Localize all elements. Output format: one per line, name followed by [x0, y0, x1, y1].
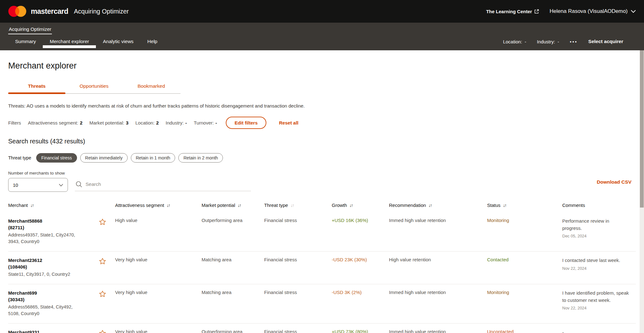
col-recommendation: Recommendation↓↑: [389, 203, 487, 208]
comment-date: Nov 22, 2024: [562, 266, 630, 271]
recommendation-value: High value retention: [389, 257, 487, 278]
threat-type-value: Financial stress: [264, 218, 332, 245]
breadcrumb[interactable]: Acquiring Optimizer: [8, 23, 52, 34]
comment-date: Dec 05, 2024: [562, 234, 630, 238]
sort-icon[interactable]: ↓↑: [429, 203, 432, 208]
col-growth: Growth↓↑: [332, 203, 389, 208]
chip-retain-immediately[interactable]: Retain immediately: [80, 153, 128, 163]
search-field: [75, 179, 251, 191]
page-tabs: Threats Opportunities Bookmarked: [8, 80, 180, 94]
scrollbar[interactable]: [640, 50, 644, 333]
select-acquirer-button[interactable]: Select acquirer: [588, 39, 623, 44]
chevron-down-icon: [59, 184, 63, 186]
recommendation-value: Immed high value retention: [389, 329, 487, 333]
sort-icon[interactable]: ↓↑: [238, 203, 241, 208]
user-menu[interactable]: Helena Rasova (VisualAODemo): [550, 8, 636, 14]
growth-value: +USD 73K (80%): [332, 329, 389, 333]
growth-value: -USD 23K (30%): [332, 257, 389, 278]
col-market-potential: Market potential↓↑: [202, 203, 264, 208]
col-comments: Comments: [562, 203, 636, 208]
market-potential-value: Outperforming area: [202, 218, 264, 245]
merchant-name: Merchant9331: [8, 329, 84, 333]
tab-threats[interactable]: Threats: [8, 80, 65, 93]
chip-retain-2-month[interactable]: Retain in 2 month: [178, 153, 223, 163]
learning-center-link[interactable]: The Learning Center: [486, 9, 539, 14]
sort-icon[interactable]: ↓↑: [167, 203, 170, 208]
tab-opportunities[interactable]: Opportunities: [65, 80, 123, 93]
merchant-address: Address56865, State4, City492, 5108, Cou…: [8, 304, 84, 317]
reset-all-button[interactable]: Reset all: [279, 120, 298, 125]
location-value: -: [525, 39, 526, 44]
merchant-name: Merchant58868: [8, 218, 84, 224]
table-row[interactable]: Merchant9331 (70496) Address8892, State3…: [8, 324, 636, 333]
comment-text: Performance review in progress.: [562, 218, 630, 232]
learning-center-label: The Learning Center: [486, 9, 532, 14]
market-potential-value: Matching area: [202, 257, 264, 278]
attractiveness-value: Very high value: [115, 257, 202, 278]
secondary-nav-bar: Acquiring Optimizer Summary Merchant exp…: [0, 23, 644, 50]
page-title: Merchant explorer: [8, 61, 636, 71]
bookmark-star-icon[interactable]: [99, 218, 106, 226]
table-controls: 10 Download CSV: [8, 178, 636, 192]
comment-text: I contacted steve last week.: [562, 257, 630, 264]
industry-label: Industry:: [537, 39, 555, 44]
status-badge: Uncontacted: [487, 329, 562, 333]
threat-type-value: Financial stress: [264, 329, 332, 333]
main-content: Merchant explorer Threats Opportunities …: [0, 61, 644, 333]
bookmark-star-icon[interactable]: [99, 290, 106, 298]
more-options-icon[interactable]: •••: [570, 39, 578, 44]
threats-description: Threats: AO uses a models to identify me…: [8, 103, 636, 108]
merchant-id: (108406): [8, 264, 70, 270]
merchants-count-select[interactable]: 10: [8, 178, 68, 192]
merchants-table: Merchant↓↑ Attractiveness segment↓↑ Mark…: [8, 199, 636, 333]
mastercard-logo-icon: [8, 6, 26, 17]
scrollbar-thumb[interactable]: [640, 50, 644, 208]
bookmark-star-icon[interactable]: [99, 330, 106, 333]
sort-icon[interactable]: ↓↑: [291, 203, 294, 208]
chevron-down-icon: [631, 10, 636, 13]
bookmark-star-icon[interactable]: [99, 258, 106, 265]
sort-icon[interactable]: ↓↑: [349, 203, 353, 208]
filter-location: Location:2: [136, 120, 159, 125]
comment-date: Nov 22, 2024: [562, 306, 630, 310]
attractiveness-value: High value: [115, 218, 202, 245]
edit-filters-button[interactable]: Edit filters: [226, 117, 266, 129]
industry-value: -: [558, 39, 559, 44]
tab-bookmarked[interactable]: Bookmarked: [123, 80, 180, 93]
filter-industry: Industry:-: [166, 120, 187, 125]
table-row[interactable]: Merchant58868 (82711) Address49357, Stat…: [8, 212, 636, 252]
table-row[interactable]: Merchant23612 (108406) State11, City3917…: [8, 252, 636, 284]
status-badge: Monitoring: [487, 290, 562, 317]
status-badge: Monitoring: [487, 218, 562, 245]
filters-label: Filters: [8, 120, 21, 125]
sort-icon[interactable]: ↓↑: [31, 203, 34, 208]
table-row[interactable]: Merchant699 (30343) Address56865, State4…: [8, 284, 636, 324]
status-badge: Contacted: [487, 257, 562, 278]
growth-value: +USD 16K (36%): [332, 218, 389, 245]
merchant-address: Address49357, State1, City2470, 3943, Co…: [8, 232, 84, 245]
filter-turnover: Turnover:-: [194, 120, 217, 125]
col-merchant: Merchant↓↑: [8, 203, 115, 208]
merchants-count-label: Number of merchants to show: [8, 171, 636, 175]
nav-item-summary[interactable]: Summary: [8, 35, 43, 48]
merchant-id: (82711): [8, 224, 84, 231]
sort-icon[interactable]: ↓↑: [503, 203, 506, 208]
nav-item-help[interactable]: Help: [141, 35, 164, 48]
merchant-name: Merchant699: [8, 290, 84, 296]
download-csv-link[interactable]: Download CSV: [597, 179, 631, 185]
nav-item-analytic-views[interactable]: Analytic views: [96, 35, 140, 48]
merchant-id: (30343): [8, 296, 84, 303]
chip-financial-stress[interactable]: Financial stress: [36, 153, 77, 163]
attractiveness-value: Very high value: [115, 290, 202, 317]
attractiveness-value: Very high value: [115, 329, 202, 333]
threat-type-chips: Threat type Financial stress Retain imme…: [8, 153, 636, 163]
search-input[interactable]: [86, 181, 250, 187]
app-title: Acquiring Optimizer: [74, 8, 129, 15]
brand-wordmark: mastercard: [31, 7, 68, 16]
recommendation-value: Immed high value retention: [389, 290, 487, 317]
user-name: Helena Rasova (VisualAODemo): [550, 8, 628, 14]
comment-text: I have identified problem, speak to cust…: [562, 290, 630, 304]
chip-retain-1-month[interactable]: Retain in 1 month: [131, 153, 175, 163]
filters-bar: Filters Attractiveness segment:2 Market …: [8, 117, 636, 129]
nav-item-merchant-explorer[interactable]: Merchant explorer: [43, 35, 96, 48]
